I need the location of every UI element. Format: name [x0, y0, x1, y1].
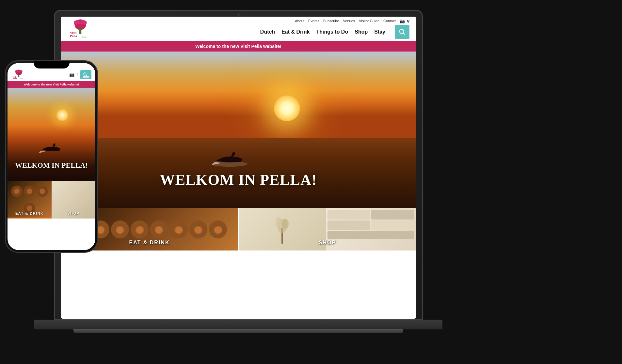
phone-menu-icon	[82, 72, 89, 78]
phone-frame: Visit Pella IOWA 📷 f	[5, 60, 98, 253]
phone-logo: Visit Pella IOWA	[11, 69, 26, 80]
jetski-icon	[210, 143, 249, 169]
nav-about[interactable]: About	[295, 19, 304, 23]
laptop-foot	[73, 329, 403, 333]
nav-venues[interactable]: Venues	[343, 19, 355, 23]
phone-device: Visit Pella IOWA 📷 f	[5, 60, 98, 253]
phone-cards: EAT & DRINK SHOP	[8, 181, 95, 219]
svg-rect-13	[18, 75, 19, 77]
laptop-camera	[237, 13, 240, 16]
svg-point-17	[84, 73, 86, 75]
phone-logo-icon: Visit Pella IOWA	[11, 69, 26, 80]
phone-hero-sun	[56, 109, 69, 122]
svg-point-10	[276, 217, 282, 229]
banner-bar: Welcome to the new Visit Pella website!	[61, 41, 416, 52]
nav-dutch[interactable]: Dutch	[260, 29, 275, 35]
facebook-icon[interactable]: 𝘃	[407, 19, 409, 23]
phone-jetski-icon	[38, 137, 64, 155]
logo-tulip-icon: Visit Pella IOWA	[67, 19, 93, 38]
nav-stay[interactable]: Stay	[374, 29, 385, 35]
phone-card-shop[interactable]: SHOP	[52, 181, 96, 219]
banner-text: Welcome to the new Visit Pella website!	[195, 44, 281, 49]
main-nav: Dutch Eat & Drink Things to Do Shop Stay	[260, 25, 409, 39]
nav-contact[interactable]: Contact	[383, 19, 396, 23]
card-eat-drink-label: EAT & DRINK	[129, 240, 170, 246]
bottom-cards: EAT & DRINK	[61, 208, 416, 250]
phone-facebook-icon[interactable]: f	[76, 72, 78, 77]
search-button[interactable]	[395, 25, 409, 39]
shop-left	[239, 208, 326, 250]
instagram-icon[interactable]: 📷	[400, 19, 405, 23]
phone-screen: Visit Pella IOWA 📷 f	[8, 63, 95, 250]
phone-hero-text: WELKOM IN PELLA!	[15, 161, 88, 170]
svg-text:IOWA: IOWA	[20, 78, 23, 80]
phone-banner-text: Welcome to the new Visit Pella website!	[24, 83, 79, 86]
phone-notch	[34, 61, 70, 68]
scene: Visit Pella IOWA About Events Subscribe …	[0, 0, 622, 364]
hero-sun	[274, 95, 300, 121]
svg-text:Pella: Pella	[70, 34, 77, 38]
phone-card-eat[interactable]: EAT & DRINK	[8, 181, 52, 219]
nav-subscribe[interactable]: Subscribe	[323, 19, 339, 23]
nav-visitor-guide[interactable]: Visitor Guide	[359, 19, 379, 23]
laptop-device: Visit Pella IOWA About Events Subscribe …	[54, 10, 423, 356]
card-shop-label: SHOP	[319, 240, 336, 246]
hero-section: WELKOM IN PELLA!	[61, 52, 416, 208]
svg-line-18	[86, 75, 87, 76]
phone-menu-button[interactable]	[80, 70, 91, 79]
shop-right	[326, 208, 416, 250]
svg-text:Pella: Pella	[12, 77, 17, 80]
card-shop[interactable]: SHOP	[239, 208, 416, 250]
nav-events[interactable]: Events	[308, 19, 319, 23]
svg-text:IOWA: IOWA	[82, 36, 87, 38]
header-right: About Events Subscribe Venues Visitor Gu…	[260, 19, 409, 39]
nav-shop[interactable]: Shop	[355, 29, 368, 35]
nav-things-to-do[interactable]: Things to Do	[316, 29, 348, 35]
site-header: Visit Pella IOWA About Events Subscribe …	[61, 17, 416, 41]
svg-line-6	[403, 33, 405, 35]
top-nav: About Events Subscribe Venues Visitor Gu…	[295, 19, 409, 23]
phone-card-eat-label: EAT & DRINK	[15, 211, 44, 215]
laptop-frame: Visit Pella IOWA About Events Subscribe …	[54, 10, 423, 320]
hero-text: WELKOM IN PELLA!	[160, 171, 317, 189]
phone-instagram-icon[interactable]: 📷	[69, 72, 74, 77]
search-icon	[399, 28, 406, 36]
laptop-base	[34, 320, 442, 329]
nav-eat-drink[interactable]: Eat & Drink	[281, 29, 310, 35]
social-icons: 📷 𝘃	[400, 19, 409, 23]
phone-card-shop-label: SHOP	[67, 211, 79, 215]
svg-point-5	[400, 29, 404, 33]
phone-header-right: 📷 f	[69, 70, 91, 79]
plant-icon	[276, 215, 289, 244]
phone-hero: WELKOM IN PELLA!	[8, 88, 95, 181]
hero-sky	[61, 52, 416, 138]
phone-banner: Welcome to the new Visit Pella website!	[8, 81, 95, 88]
svg-point-11	[282, 219, 289, 229]
svg-rect-1	[79, 29, 81, 34]
site-logo: Visit Pella IOWA	[67, 19, 93, 38]
laptop-screen: Visit Pella IOWA About Events Subscribe …	[61, 17, 416, 319]
phone-social-icons: 📷 f	[69, 72, 78, 77]
